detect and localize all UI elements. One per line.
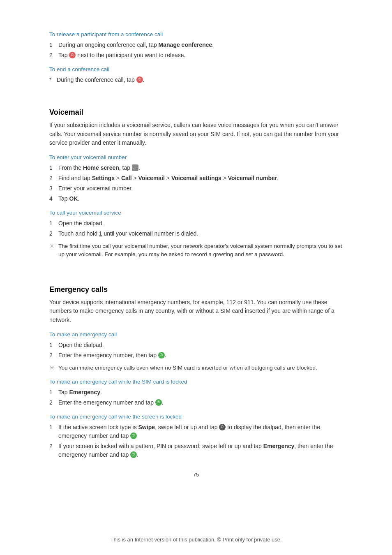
list-item: 1 Open the dialpad. bbox=[49, 341, 343, 349]
list-item: 1 Open the dialpad. bbox=[49, 219, 343, 228]
page-footer: This is an Internet version of this publ… bbox=[0, 536, 392, 543]
step-num: 2 bbox=[49, 351, 58, 360]
emergency-body: Your device supports international emerg… bbox=[49, 298, 343, 325]
release-subheading: To release a participant from a conferen… bbox=[49, 31, 343, 37]
release-steps: 1 During an ongoing conference call, tap… bbox=[49, 41, 343, 60]
emergency-make-steps: 1 Open the dialpad. 2 Enter the emergenc… bbox=[49, 341, 343, 360]
phone-icon-red bbox=[69, 52, 76, 58]
bold-text: Manage conference bbox=[159, 42, 212, 48]
phone-icon-green bbox=[155, 399, 162, 406]
page-number: 75 bbox=[49, 472, 343, 478]
step-text: Open the dialpad. bbox=[58, 219, 343, 228]
step-text: If your screen is locked with a pattern,… bbox=[58, 442, 343, 459]
tip-text: You can make emergency calls even when n… bbox=[58, 364, 317, 372]
grid-icon bbox=[132, 164, 138, 171]
voicemail-call-steps: 1 Open the dialpad. 2 Touch and hold 1 u… bbox=[49, 219, 343, 238]
emergency-screen-steps: 1 If the active screen lock type is Swip… bbox=[49, 423, 343, 459]
emergency-sim-steps: 1 Tap Emergency. 2 Enter the emergency n… bbox=[49, 388, 343, 407]
list-item: 2 Touch and hold 1 until your voicemail … bbox=[49, 229, 343, 238]
step-num: 2 bbox=[49, 442, 58, 459]
step-text: Enter the emergency number, then tap . bbox=[58, 351, 343, 360]
list-item: 1 From the Home screen, tap . bbox=[49, 164, 343, 172]
step-num: 2 bbox=[49, 174, 58, 183]
step-text: Find and tap Settings > Call > Voicemail… bbox=[58, 174, 343, 183]
bold-text: Home screen bbox=[83, 164, 119, 171]
voicemail-heading: Voicemail bbox=[49, 108, 343, 117]
step-text: Tap Emergency. bbox=[58, 388, 343, 397]
step-num: 1 bbox=[49, 388, 58, 397]
emergency-tip: ✳ You can make emergency calls even when… bbox=[49, 364, 343, 372]
bold-text: Swipe bbox=[138, 424, 155, 430]
step-text: From the Home screen, tap . bbox=[58, 164, 343, 172]
bold-text: Emergency bbox=[263, 443, 294, 449]
step-text: Open the dialpad. bbox=[58, 341, 343, 349]
emergency-screen-subheading: To make an emergency call while the scre… bbox=[49, 414, 343, 420]
step-num: 1 bbox=[49, 41, 58, 49]
copyright-text: This is an Internet version of this publ… bbox=[110, 536, 281, 543]
phone-icon-red bbox=[136, 76, 143, 83]
end-call-subheading: To end a conference call bbox=[49, 66, 343, 72]
step-num: 2 bbox=[49, 51, 58, 60]
tip-icon: ✳ bbox=[49, 243, 58, 250]
step-text: During the conference call, tap . bbox=[57, 76, 343, 84]
page: To release a participant from a conferen… bbox=[0, 0, 392, 555]
step-num: 1 bbox=[49, 341, 58, 349]
step-num: 1 bbox=[49, 164, 58, 172]
bold-text: Voicemail settings bbox=[171, 175, 221, 181]
underline-text: 1 bbox=[99, 230, 102, 237]
voicemail-body: If your subscription includes a voicemai… bbox=[49, 121, 343, 148]
step-num: 2 bbox=[49, 229, 58, 238]
emergency-make-subheading: To make an emergency call bbox=[49, 331, 343, 338]
voicemail-enter-subheading: To enter your voicemail number bbox=[49, 154, 343, 160]
voicemail-tip: ✳ The first time you call your voicemail… bbox=[49, 242, 343, 259]
step-text: If the active screen lock type is Swipe,… bbox=[58, 423, 343, 440]
bold-text: Voicemail number bbox=[228, 175, 277, 181]
step-text: Touch and hold 1 until your voicemail nu… bbox=[58, 229, 343, 238]
list-item: 3 Enter your voicemail number. bbox=[49, 184, 343, 193]
list-item: 2 Find and tap Settings > Call > Voicema… bbox=[49, 174, 343, 183]
phone-icon-black bbox=[219, 424, 226, 430]
emergency-heading: Emergency calls bbox=[49, 285, 343, 294]
step-num: 1 bbox=[49, 219, 58, 228]
list-item: 2 Enter the emergency number and tap . bbox=[49, 398, 343, 407]
phone-icon-green bbox=[130, 432, 137, 439]
step-num: 3 bbox=[49, 184, 58, 193]
end-call-steps: * During the conference call, tap . bbox=[49, 76, 343, 84]
list-item: * During the conference call, tap . bbox=[49, 76, 343, 84]
step-num: 2 bbox=[49, 398, 58, 407]
list-item: 1 Tap Emergency. bbox=[49, 388, 343, 397]
step-text: Enter your voicemail number. bbox=[58, 184, 343, 193]
bold-text: Call bbox=[121, 175, 132, 181]
bold-text: OK bbox=[69, 195, 78, 202]
tip-text: The first time you call your voicemail n… bbox=[58, 242, 343, 259]
step-text: Enter the emergency number and tap . bbox=[58, 398, 343, 407]
step-text: During an ongoing conference call, tap M… bbox=[58, 41, 343, 49]
list-item: 2 Tap next to the participant you want t… bbox=[49, 51, 343, 60]
tip-icon: ✳ bbox=[49, 364, 58, 372]
step-num: 4 bbox=[49, 194, 58, 203]
emergency-sim-subheading: To make an emergency call while the SIM … bbox=[49, 379, 343, 385]
voicemail-enter-steps: 1 From the Home screen, tap . 2 Find and… bbox=[49, 164, 343, 203]
bullet: * bbox=[49, 76, 57, 84]
bold-text: Settings bbox=[92, 175, 115, 181]
bold-text: Emergency bbox=[69, 389, 100, 395]
list-item: 2 If your screen is locked with a patter… bbox=[49, 442, 343, 459]
bold-text: Voicemail bbox=[138, 175, 165, 181]
step-text: Tap OK. bbox=[58, 194, 343, 203]
list-item: 4 Tap OK. bbox=[49, 194, 343, 203]
list-item: 2 Enter the emergency number, then tap . bbox=[49, 351, 343, 360]
step-text: Tap next to the participant you want to … bbox=[58, 51, 343, 60]
step-num: 1 bbox=[49, 423, 58, 440]
list-item: 1 During an ongoing conference call, tap… bbox=[49, 41, 343, 49]
list-item: 1 If the active screen lock type is Swip… bbox=[49, 423, 343, 440]
phone-icon-green bbox=[158, 352, 165, 358]
voicemail-call-subheading: To call your voicemail service bbox=[49, 210, 343, 216]
phone-icon-green bbox=[130, 451, 137, 458]
